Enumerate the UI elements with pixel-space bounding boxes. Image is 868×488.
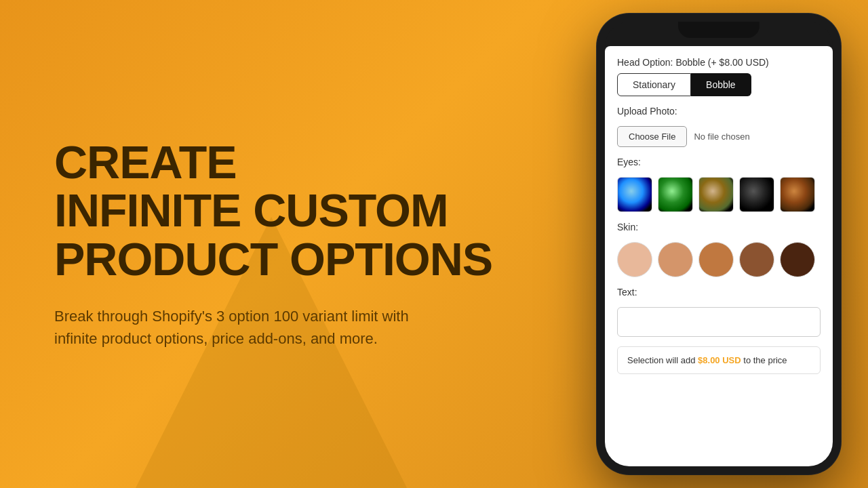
head-option-toggle-group: Stationary Bobble bbox=[617, 73, 821, 96]
phone-mockup: Head Option: Bobble (+ $8.00 USD) Statio… bbox=[597, 14, 841, 474]
file-row: Choose File No file chosen bbox=[617, 126, 821, 147]
text-input[interactable] bbox=[617, 307, 821, 337]
eyes-label: Eyes: bbox=[617, 157, 821, 167]
left-panel: CREATE INFINITE CUSTOM PRODUCT OPTIONS B… bbox=[0, 98, 583, 390]
bobble-button[interactable]: Bobble bbox=[691, 73, 751, 96]
skin-swatches bbox=[617, 242, 821, 277]
skin-swatch-light[interactable] bbox=[617, 242, 652, 277]
phone-notch bbox=[678, 22, 760, 38]
headline-line1: CREATE bbox=[54, 136, 237, 188]
eye-swatch-blue[interactable] bbox=[617, 177, 652, 212]
text-label: Text: bbox=[617, 287, 821, 298]
skin-swatch-dark[interactable] bbox=[780, 242, 815, 277]
headline: CREATE INFINITE CUSTOM PRODUCT OPTIONS bbox=[54, 138, 542, 283]
upload-label: Upload Photo: bbox=[617, 106, 821, 117]
headline-line3: PRODUCT OPTIONS bbox=[54, 233, 492, 285]
eye-swatches bbox=[617, 177, 821, 212]
phone-notch-bar bbox=[605, 22, 833, 46]
price-notice-amount: $8.00 USD bbox=[698, 355, 741, 365]
skin-section: Skin: bbox=[617, 222, 821, 277]
headline-line2: INFINITE CUSTOM bbox=[54, 184, 448, 236]
price-notice-suffix: to the price bbox=[741, 355, 787, 365]
head-option-section: Head Option: Bobble (+ $8.00 USD) Statio… bbox=[617, 57, 821, 96]
upload-section: Upload Photo: Choose File No file chosen bbox=[617, 106, 821, 147]
price-notice-prefix: Selection will add bbox=[627, 355, 698, 365]
skin-swatch-medium-light[interactable] bbox=[658, 242, 693, 277]
choose-file-button[interactable]: Choose File bbox=[617, 126, 687, 147]
head-option-label: Head Option: bbox=[617, 57, 673, 68]
phone-wrapper: Head Option: Bobble (+ $8.00 USD) Statio… bbox=[583, 0, 868, 488]
stationary-button[interactable]: Stationary bbox=[617, 73, 691, 96]
no-file-text: No file chosen bbox=[694, 131, 749, 142]
eye-swatch-green[interactable] bbox=[658, 177, 693, 212]
phone-screen: Head Option: Bobble (+ $8.00 USD) Statio… bbox=[605, 46, 833, 466]
eye-swatch-brown[interactable] bbox=[780, 177, 815, 212]
skin-swatch-medium-dark[interactable] bbox=[739, 242, 774, 277]
skin-swatch-medium[interactable] bbox=[698, 242, 734, 277]
eyes-section: Eyes: bbox=[617, 157, 821, 212]
price-notice: Selection will add $8.00 USD to the pric… bbox=[617, 346, 821, 374]
eye-swatch-hazel[interactable] bbox=[698, 177, 734, 212]
eye-swatch-dark[interactable] bbox=[739, 177, 774, 212]
text-section: Text: bbox=[617, 287, 821, 337]
subtext: Break through Shopify's 3 option 100 var… bbox=[54, 305, 434, 350]
skin-label: Skin: bbox=[617, 222, 821, 232]
head-option-title: Head Option: Bobble (+ $8.00 USD) bbox=[617, 57, 821, 68]
head-option-value: Bobble (+ $8.00 USD) bbox=[675, 57, 768, 68]
